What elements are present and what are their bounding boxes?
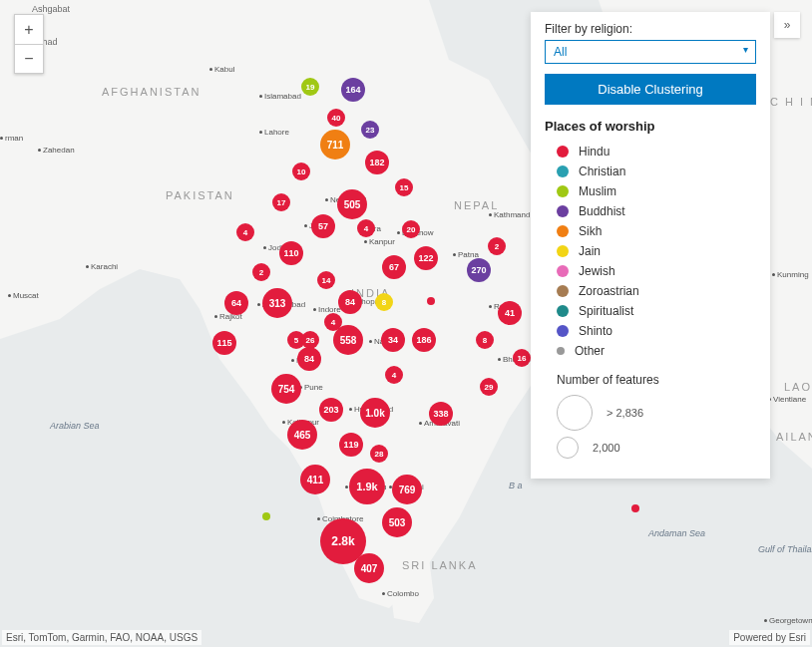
cluster-marker[interactable]: 57 xyxy=(311,214,335,238)
cluster-marker[interactable]: 110 xyxy=(279,241,303,265)
cluster-marker[interactable]: 115 xyxy=(212,331,236,355)
legend-swatch xyxy=(557,205,569,217)
cluster-marker[interactable]: 338 xyxy=(429,402,453,426)
cluster-marker[interactable]: 23 xyxy=(361,121,379,139)
cluster-marker[interactable]: 407 xyxy=(354,553,384,583)
cluster-marker[interactable]: 40 xyxy=(327,109,345,127)
legend-item: Jewish xyxy=(545,261,756,281)
legend-swatch xyxy=(557,305,569,317)
legend-label: Spiritualist xyxy=(579,304,633,318)
cluster-marker[interactable]: 10 xyxy=(292,162,310,180)
legend-swatch xyxy=(557,225,569,237)
cluster-marker[interactable]: 20 xyxy=(402,220,420,238)
cluster-marker[interactable]: 1.0k xyxy=(360,398,390,428)
chevron-right-icon: » xyxy=(784,18,791,32)
attribution-right: Powered by Esri xyxy=(729,630,810,645)
cluster-marker[interactable]: 34 xyxy=(381,328,405,352)
size-legend-title: Number of features xyxy=(557,373,756,387)
cluster-marker[interactable]: 182 xyxy=(365,151,389,174)
legend-swatch xyxy=(557,245,569,257)
cluster-marker[interactable]: 711 xyxy=(320,130,350,160)
legend-list: HinduChristianMuslimBuddhistSikhJainJewi… xyxy=(545,142,756,361)
cluster-marker[interactable]: 4 xyxy=(385,366,403,384)
size-legend-row: 2,000 xyxy=(557,437,756,459)
cluster-marker[interactable]: 15 xyxy=(395,178,413,196)
legend-label: Shinto xyxy=(579,324,612,338)
cluster-marker[interactable] xyxy=(427,297,435,305)
cluster-marker[interactable]: 2 xyxy=(252,263,270,281)
legend-item: Jain xyxy=(545,241,756,261)
size-legend: > 2,8362,000 xyxy=(557,395,756,459)
legend-item: Muslim xyxy=(545,181,756,201)
cluster-marker[interactable]: 84 xyxy=(297,347,321,371)
cluster-marker[interactable]: 67 xyxy=(382,255,406,279)
legend-label: Jewish xyxy=(579,264,615,278)
legend-item: Zoroastrian xyxy=(545,281,756,301)
legend-swatch xyxy=(557,285,569,297)
cluster-marker[interactable]: 4 xyxy=(357,219,375,237)
cluster-marker[interactable]: 769 xyxy=(392,475,422,504)
legend-label: Jain xyxy=(579,244,601,258)
religion-filter-select[interactable]: All xyxy=(545,40,756,64)
legend-item: Sikh xyxy=(545,221,756,241)
cluster-marker[interactable] xyxy=(631,504,639,512)
legend-label: Other xyxy=(575,344,605,358)
legend-swatch xyxy=(557,165,569,177)
collapse-panel-button[interactable]: » xyxy=(774,12,800,38)
size-legend-row: > 2,836 xyxy=(557,395,756,431)
cluster-marker[interactable]: 14 xyxy=(317,271,335,289)
cluster-marker[interactable]: 122 xyxy=(414,246,438,270)
cluster-marker[interactable]: 28 xyxy=(370,445,388,463)
legend-swatch xyxy=(557,185,569,197)
legend-item: Shinto xyxy=(545,321,756,341)
attribution-left: Esri, TomTom, Garmin, FAO, NOAA, USGS xyxy=(2,630,202,645)
cluster-marker[interactable]: 119 xyxy=(339,433,363,457)
legend-label: Christian xyxy=(579,164,625,178)
cluster-marker[interactable]: 64 xyxy=(224,291,248,315)
legend-item: Spiritualist xyxy=(545,301,756,321)
filter-panel: Filter by religion: All Disable Clusteri… xyxy=(531,12,770,479)
cluster-marker[interactable]: 19 xyxy=(301,78,319,96)
cluster-marker[interactable]: 84 xyxy=(338,290,362,314)
cluster-marker[interactable]: 1.9k xyxy=(349,469,385,504)
legend-label: Sikh xyxy=(579,224,602,238)
disable-clustering-button[interactable]: Disable Clustering xyxy=(545,74,756,105)
legend-swatch xyxy=(557,146,569,158)
cluster-marker[interactable]: 186 xyxy=(412,328,436,352)
zoom-in-button[interactable]: + xyxy=(14,14,44,44)
cluster-marker[interactable]: 16 xyxy=(513,349,531,367)
cluster-marker[interactable]: 8 xyxy=(375,293,393,311)
size-label: 2,000 xyxy=(593,442,620,454)
cluster-marker[interactable]: 8 xyxy=(476,331,494,349)
legend-label: Muslim xyxy=(579,184,616,198)
legend-item: Christian xyxy=(545,162,756,181)
cluster-marker[interactable]: 4 xyxy=(236,223,254,241)
legend-swatch xyxy=(557,325,569,337)
size-circle xyxy=(557,395,593,431)
cluster-marker[interactable]: 270 xyxy=(467,258,491,282)
legend-label: Hindu xyxy=(579,145,609,159)
size-label: > 2,836 xyxy=(607,407,643,419)
cluster-marker[interactable]: 164 xyxy=(341,78,365,102)
cluster-marker[interactable]: 503 xyxy=(382,507,412,537)
cluster-marker[interactable]: 17 xyxy=(272,193,290,211)
legend-label: Zoroastrian xyxy=(579,284,639,298)
cluster-marker[interactable]: 313 xyxy=(262,288,292,318)
zoom-controls: + − xyxy=(14,14,44,74)
zoom-out-button[interactable]: − xyxy=(14,44,44,74)
cluster-marker[interactable]: 203 xyxy=(319,398,343,422)
cluster-marker[interactable]: 2 xyxy=(488,237,506,255)
legend-swatch xyxy=(557,265,569,277)
cluster-marker[interactable]: 465 xyxy=(287,420,317,450)
cluster-marker[interactable] xyxy=(262,512,270,520)
cluster-marker[interactable]: 558 xyxy=(333,325,363,355)
legend-item: Hindu xyxy=(545,142,756,162)
size-circle xyxy=(557,437,579,459)
legend-item: Buddhist xyxy=(545,201,756,221)
cluster-marker[interactable]: 754 xyxy=(271,374,301,404)
cluster-marker[interactable]: 505 xyxy=(337,189,367,219)
cluster-marker[interactable]: 41 xyxy=(498,301,522,325)
cluster-marker[interactable]: 29 xyxy=(480,378,498,396)
cluster-marker[interactable]: 411 xyxy=(300,465,330,494)
legend-label: Buddhist xyxy=(579,204,625,218)
